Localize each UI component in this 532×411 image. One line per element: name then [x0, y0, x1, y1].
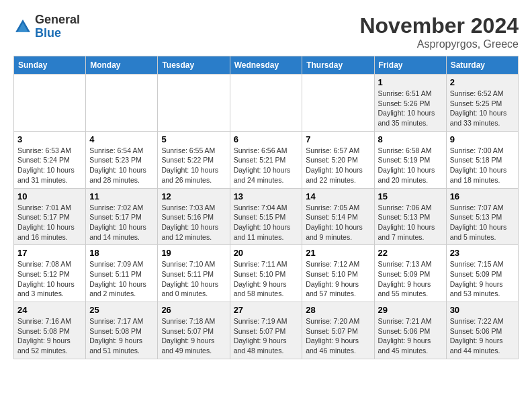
day-number: 29	[378, 305, 443, 315]
day-number: 11	[89, 191, 154, 201]
calendar-cell: 6Sunrise: 6:56 AM Sunset: 5:21 PM Daylig…	[230, 131, 302, 188]
day-content: Sunrise: 7:05 AM Sunset: 5:14 PM Dayligh…	[306, 203, 370, 242]
calendar-cell: 30Sunrise: 7:22 AM Sunset: 5:06 PM Dayli…	[446, 302, 518, 359]
day-content: Sunrise: 7:03 AM Sunset: 5:16 PM Dayligh…	[161, 203, 226, 242]
calendar-cell: 23Sunrise: 7:15 AM Sunset: 5:09 PM Dayli…	[446, 245, 518, 302]
day-content: Sunrise: 7:18 AM Sunset: 5:07 PM Dayligh…	[161, 316, 226, 356]
day-number: 3	[17, 134, 82, 144]
day-content: Sunrise: 7:21 AM Sunset: 5:06 PM Dayligh…	[378, 316, 443, 356]
day-number: 2	[450, 77, 515, 87]
day-content: Sunrise: 7:13 AM Sunset: 5:09 PM Dayligh…	[378, 259, 443, 299]
day-number: 20	[234, 248, 299, 258]
day-content: Sunrise: 6:57 AM Sunset: 5:20 PM Dayligh…	[306, 146, 370, 185]
day-content: Sunrise: 7:10 AM Sunset: 5:11 PM Dayligh…	[161, 259, 226, 299]
day-of-week-header: Friday	[374, 56, 446, 75]
day-number: 22	[378, 248, 443, 258]
day-number: 4	[89, 134, 154, 144]
day-number: 10	[17, 191, 82, 201]
day-number: 24	[17, 305, 82, 315]
day-content: Sunrise: 7:09 AM Sunset: 5:11 PM Dayligh…	[89, 259, 154, 299]
calendar-cell: 12Sunrise: 7:03 AM Sunset: 5:16 PM Dayli…	[158, 188, 230, 245]
day-content: Sunrise: 6:58 AM Sunset: 5:19 PM Dayligh…	[378, 146, 443, 185]
day-number: 13	[234, 191, 299, 201]
day-content: Sunrise: 7:17 AM Sunset: 5:08 PM Dayligh…	[89, 316, 154, 356]
day-content: Sunrise: 6:56 AM Sunset: 5:21 PM Dayligh…	[234, 146, 299, 185]
title-block: November 2024 Aspropyrgos, Greece	[359, 13, 519, 50]
calendar-week-row: 3Sunrise: 6:53 AM Sunset: 5:24 PM Daylig…	[14, 131, 519, 188]
calendar-cell: 15Sunrise: 7:06 AM Sunset: 5:13 PM Dayli…	[374, 188, 446, 245]
page-header: General Blue November 2024 Aspropyrgos, …	[13, 13, 519, 50]
day-number: 17	[17, 248, 82, 258]
calendar-week-row: 10Sunrise: 7:01 AM Sunset: 5:17 PM Dayli…	[14, 188, 519, 245]
calendar-week-row: 24Sunrise: 7:16 AM Sunset: 5:08 PM Dayli…	[14, 302, 519, 359]
day-content: Sunrise: 7:22 AM Sunset: 5:06 PM Dayligh…	[450, 316, 515, 356]
calendar-body: 1Sunrise: 6:51 AM Sunset: 5:26 PM Daylig…	[14, 75, 519, 359]
calendar-table: SundayMondayTuesdayWednesdayThursdayFrid…	[13, 56, 519, 359]
day-content: Sunrise: 7:01 AM Sunset: 5:17 PM Dayligh…	[17, 203, 82, 242]
day-content: Sunrise: 7:16 AM Sunset: 5:08 PM Dayligh…	[17, 316, 82, 356]
calendar-cell: 8Sunrise: 6:58 AM Sunset: 5:19 PM Daylig…	[374, 131, 446, 188]
calendar-cell	[230, 75, 302, 132]
day-number: 18	[89, 248, 154, 258]
calendar-header-row: SundayMondayTuesdayWednesdayThursdayFrid…	[14, 56, 519, 75]
day-number: 30	[450, 305, 515, 315]
day-content: Sunrise: 6:52 AM Sunset: 5:25 PM Dayligh…	[450, 89, 515, 128]
calendar-cell	[302, 75, 374, 132]
calendar-cell: 18Sunrise: 7:09 AM Sunset: 5:11 PM Dayli…	[86, 245, 158, 302]
day-content: Sunrise: 7:06 AM Sunset: 5:13 PM Dayligh…	[378, 203, 443, 242]
calendar-cell: 19Sunrise: 7:10 AM Sunset: 5:11 PM Dayli…	[158, 245, 230, 302]
calendar-week-row: 1Sunrise: 6:51 AM Sunset: 5:26 PM Daylig…	[14, 75, 519, 132]
day-number: 8	[378, 134, 443, 144]
day-number: 1	[378, 77, 443, 87]
calendar-cell: 24Sunrise: 7:16 AM Sunset: 5:08 PM Dayli…	[14, 302, 86, 359]
day-content: Sunrise: 7:15 AM Sunset: 5:09 PM Dayligh…	[450, 259, 515, 299]
calendar-cell: 26Sunrise: 7:18 AM Sunset: 5:07 PM Dayli…	[158, 302, 230, 359]
day-content: Sunrise: 7:02 AM Sunset: 5:17 PM Dayligh…	[89, 203, 154, 242]
calendar-cell: 29Sunrise: 7:21 AM Sunset: 5:06 PM Dayli…	[374, 302, 446, 359]
day-content: Sunrise: 7:00 AM Sunset: 5:18 PM Dayligh…	[450, 146, 515, 185]
day-number: 19	[161, 248, 226, 258]
day-content: Sunrise: 7:08 AM Sunset: 5:12 PM Dayligh…	[17, 259, 82, 299]
day-content: Sunrise: 6:51 AM Sunset: 5:26 PM Dayligh…	[378, 89, 443, 128]
month-title: November 2024	[359, 13, 519, 38]
day-content: Sunrise: 6:53 AM Sunset: 5:24 PM Dayligh…	[17, 146, 82, 185]
day-of-week-header: Tuesday	[158, 56, 230, 75]
day-number: 27	[234, 305, 299, 315]
calendar-cell: 22Sunrise: 7:13 AM Sunset: 5:09 PM Dayli…	[374, 245, 446, 302]
day-number: 25	[89, 305, 154, 315]
calendar-cell: 4Sunrise: 6:54 AM Sunset: 5:23 PM Daylig…	[86, 131, 158, 188]
day-number: 5	[161, 134, 226, 144]
logo: General Blue	[13, 13, 80, 40]
day-content: Sunrise: 6:55 AM Sunset: 5:22 PM Dayligh…	[161, 146, 226, 185]
calendar-cell: 2Sunrise: 6:52 AM Sunset: 5:25 PM Daylig…	[446, 75, 518, 132]
day-content: Sunrise: 7:19 AM Sunset: 5:07 PM Dayligh…	[234, 316, 299, 356]
day-of-week-header: Saturday	[446, 56, 518, 75]
calendar-cell: 25Sunrise: 7:17 AM Sunset: 5:08 PM Dayli…	[86, 302, 158, 359]
day-of-week-header: Wednesday	[230, 56, 302, 75]
day-content: Sunrise: 7:04 AM Sunset: 5:15 PM Dayligh…	[234, 203, 299, 242]
calendar-cell	[14, 75, 86, 132]
calendar-cell	[86, 75, 158, 132]
day-content: Sunrise: 7:07 AM Sunset: 5:13 PM Dayligh…	[450, 203, 515, 242]
day-number: 7	[306, 134, 370, 144]
calendar-cell: 27Sunrise: 7:19 AM Sunset: 5:07 PM Dayli…	[230, 302, 302, 359]
day-of-week-header: Thursday	[302, 56, 374, 75]
day-number: 23	[450, 248, 515, 258]
calendar-cell	[158, 75, 230, 132]
calendar-cell: 28Sunrise: 7:20 AM Sunset: 5:07 PM Dayli…	[302, 302, 374, 359]
logo-icon	[13, 17, 32, 36]
day-content: Sunrise: 7:20 AM Sunset: 5:07 PM Dayligh…	[306, 316, 370, 356]
day-number: 21	[306, 248, 370, 258]
calendar-cell: 9Sunrise: 7:00 AM Sunset: 5:18 PM Daylig…	[446, 131, 518, 188]
location: Aspropyrgos, Greece	[359, 38, 519, 50]
calendar-week-row: 17Sunrise: 7:08 AM Sunset: 5:12 PM Dayli…	[14, 245, 519, 302]
day-number: 14	[306, 191, 370, 201]
day-content: Sunrise: 6:54 AM Sunset: 5:23 PM Dayligh…	[89, 146, 154, 185]
calendar-cell: 10Sunrise: 7:01 AM Sunset: 5:17 PM Dayli…	[14, 188, 86, 245]
day-of-week-header: Sunday	[14, 56, 86, 75]
calendar-cell: 17Sunrise: 7:08 AM Sunset: 5:12 PM Dayli…	[14, 245, 86, 302]
calendar-cell: 11Sunrise: 7:02 AM Sunset: 5:17 PM Dayli…	[86, 188, 158, 245]
calendar-cell: 14Sunrise: 7:05 AM Sunset: 5:14 PM Dayli…	[302, 188, 374, 245]
day-number: 9	[450, 134, 515, 144]
calendar-cell: 7Sunrise: 6:57 AM Sunset: 5:20 PM Daylig…	[302, 131, 374, 188]
